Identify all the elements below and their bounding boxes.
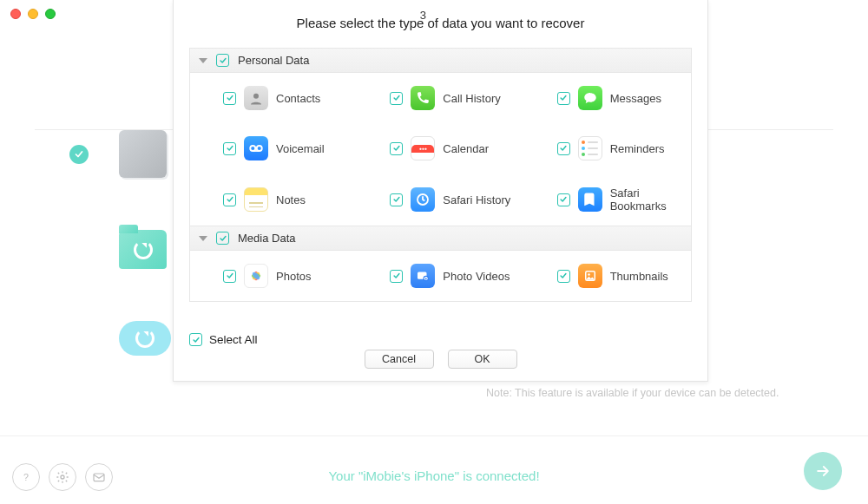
svg-point-14 — [588, 273, 590, 276]
item-photos[interactable]: Photos — [190, 251, 357, 301]
mail-button[interactable] — [85, 463, 113, 491]
category-header-media[interactable]: Media Data — [190, 226, 691, 251]
item-label: Photo Videos — [443, 270, 510, 283]
svg-text:?: ? — [23, 472, 29, 482]
item-checkbox[interactable] — [223, 92, 236, 105]
select-all-label: Select All — [209, 333, 258, 346]
safari-bookmarks-icon — [578, 187, 602, 212]
category-label: Media Data — [238, 232, 295, 245]
settings-button[interactable] — [49, 463, 76, 491]
item-safari-bookmarks[interactable]: Safari Bookmarks — [524, 173, 691, 226]
category-checkbox-personal[interactable] — [216, 54, 229, 67]
item-checkbox[interactable] — [390, 142, 403, 155]
svg-point-3 — [253, 94, 259, 99]
refresh-icon — [134, 240, 153, 259]
refresh-icon — [135, 329, 155, 348]
item-reminders[interactable]: Reminders — [524, 123, 691, 173]
reminders-icon — [578, 136, 602, 160]
next-button[interactable] — [804, 452, 842, 490]
item-checkbox[interactable] — [223, 270, 236, 283]
folder-icon — [119, 230, 167, 269]
step-device — [69, 130, 171, 178]
calendar-icon: ●●● 3 — [411, 136, 435, 160]
item-messages[interactable]: Messages — [524, 73, 691, 123]
feature-note: Note: This feature is available if your … — [486, 387, 779, 399]
item-checkbox[interactable] — [390, 270, 403, 283]
item-call-history[interactable]: Call History — [357, 73, 523, 123]
item-checkbox[interactable] — [223, 142, 236, 155]
select-all-checkbox[interactable] — [189, 333, 202, 346]
cancel-button[interactable]: Cancel — [365, 350, 434, 369]
category-header-personal[interactable]: Personal Data — [190, 49, 691, 73]
item-contacts[interactable]: Contacts — [190, 73, 357, 123]
item-label: Thumbnails — [610, 270, 668, 283]
chevron-down-icon — [199, 58, 207, 63]
messages-icon — [578, 86, 602, 110]
item-label: Notes — [276, 193, 306, 206]
item-label: Reminders — [610, 142, 665, 155]
item-label: Safari Bookmarks — [610, 187, 679, 213]
window-close-button[interactable] — [10, 9, 21, 19]
device-thumbnail-icon — [119, 130, 167, 178]
select-all-row[interactable]: Select All — [189, 333, 258, 346]
svg-point-1 — [61, 475, 64, 479]
help-button[interactable]: ? — [12, 463, 40, 491]
item-checkbox[interactable] — [557, 193, 570, 206]
item-safari-history[interactable]: Safari History — [357, 173, 523, 226]
item-checkbox[interactable] — [390, 193, 403, 206]
data-type-dialog: Please select the type of data you want … — [173, 0, 708, 382]
item-label: Safari History — [443, 193, 510, 206]
step-check-icon — [69, 145, 89, 164]
item-label: Photos — [276, 270, 311, 283]
category-checkbox-media[interactable] — [216, 232, 229, 245]
window-maximize-button[interactable] — [45, 9, 56, 19]
item-thumbnails[interactable]: Thumbnails — [524, 251, 691, 301]
connection-status: Your "iMobie's iPhone" is connected! — [0, 468, 868, 483]
step-folder — [69, 230, 171, 269]
notes-icon — [244, 187, 268, 212]
svg-rect-2 — [94, 474, 104, 481]
steps-sidebar — [69, 130, 171, 356]
item-label: Call History — [443, 92, 500, 105]
item-calendar[interactable]: ●●● 3 Calendar — [357, 123, 523, 173]
item-photo-videos[interactable]: Photo Videos — [357, 251, 523, 301]
item-checkbox[interactable] — [557, 92, 570, 105]
step-cloud — [69, 321, 171, 356]
safari-history-icon — [411, 187, 435, 212]
item-label: Voicemail — [276, 142, 325, 155]
chevron-down-icon — [199, 236, 207, 241]
divider — [0, 435, 868, 436]
voicemail-icon — [244, 136, 268, 160]
item-checkbox[interactable] — [557, 142, 570, 155]
item-checkbox[interactable] — [390, 92, 403, 105]
contacts-icon — [244, 86, 268, 110]
thumbnails-icon — [578, 264, 602, 288]
window-minimize-button[interactable] — [28, 9, 38, 19]
item-label: Contacts — [276, 92, 320, 105]
item-label: Calendar — [443, 142, 489, 155]
phone-icon — [411, 86, 435, 110]
photos-icon — [244, 264, 268, 288]
cloud-icon — [119, 321, 171, 356]
category-label: Personal Data — [238, 54, 309, 67]
item-voicemail[interactable]: Voicemail — [190, 123, 357, 173]
item-notes[interactable]: Notes — [190, 173, 357, 226]
item-checkbox[interactable] — [223, 193, 236, 206]
item-checkbox[interactable] — [557, 270, 570, 283]
ok-button[interactable]: OK — [448, 350, 517, 369]
photo-videos-icon — [411, 264, 435, 288]
item-label: Messages — [610, 92, 661, 105]
